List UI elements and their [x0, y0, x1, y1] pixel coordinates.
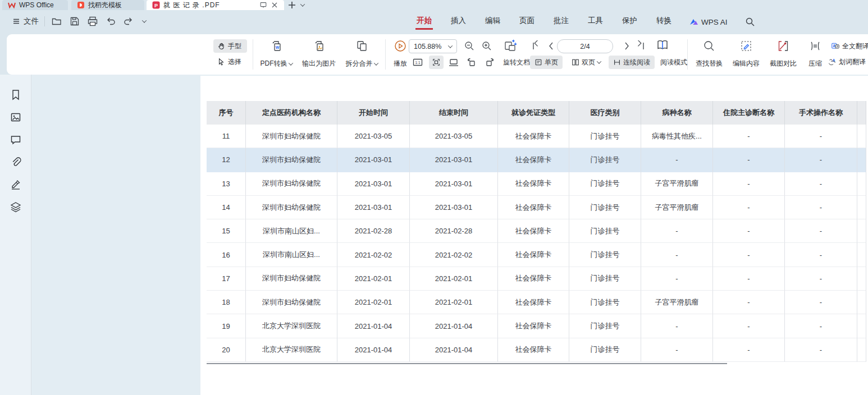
table-cell: - — [785, 267, 857, 291]
compress-icon — [808, 39, 822, 53]
actual-size-button[interactable]: 1:1 — [412, 56, 423, 69]
fit-width-button[interactable] — [448, 56, 459, 69]
export-image-button[interactable]: 输出为图片 — [298, 38, 340, 71]
menu-item-convert[interactable]: 转换 — [655, 14, 673, 30]
table-cell: 14 — [207, 196, 246, 219]
rotate-right-icon — [484, 57, 495, 68]
comments-panel-icon[interactable] — [10, 134, 22, 146]
undo-button[interactable] — [104, 15, 117, 27]
continuous-read-button[interactable]: 连续阅读 — [609, 56, 655, 69]
one-to-one-icon: 1:1 — [412, 57, 423, 68]
tab-wps-home[interactable]: WPS Office — [2, 0, 68, 10]
select-tool-button[interactable]: 选择 — [213, 55, 247, 68]
rotate-document-button[interactable]: 旋转文档 — [503, 56, 530, 69]
search-icon[interactable] — [744, 16, 756, 27]
full-translate-button[interactable]: A 全文翻译 — [828, 39, 868, 53]
read-mode-icon — [656, 39, 669, 52]
quick-access-dropdown[interactable] — [140, 15, 148, 27]
zoom-level-select[interactable]: 105.88% — [409, 39, 457, 53]
menu-item-page[interactable]: 页面 — [518, 14, 536, 30]
table-cell: - — [641, 338, 713, 362]
select-tool-label: 选择 — [228, 57, 241, 67]
table-cell: 社会保障卡 — [498, 314, 569, 338]
menu-item-comment[interactable]: 批注 — [552, 14, 570, 30]
table-cell: - — [713, 125, 785, 148]
read-mode-button[interactable]: 阅读模式 — [660, 56, 687, 69]
layers-panel-icon[interactable] — [10, 201, 22, 213]
table-cell: 病毒性其他疾... — [641, 125, 713, 148]
table-cell: - — [785, 291, 857, 314]
table-header-cell: 就诊凭证类型 — [498, 101, 569, 125]
table-cell: 2021-03-01 — [337, 148, 410, 172]
prev-page-icon[interactable] — [546, 40, 557, 52]
pdf-file-icon: P — [152, 1, 160, 9]
table-cell: 2021-02-01 — [337, 291, 410, 314]
fit-page-button[interactable] — [429, 56, 444, 69]
wps-ai-button[interactable]: WPS AI — [689, 18, 728, 26]
table-cell: 2021-02-02 — [410, 243, 498, 267]
medical-records-table: 序号定点医药机构名称开始时间结束时间就诊凭证类型医疗类别病种名称住院主诊断名称手… — [207, 101, 866, 362]
table-row: 14深圳市妇幼保健院2021-03-012021-03-01社会保障卡门诊挂号子… — [207, 196, 866, 219]
file-menu-button[interactable]: 文件 — [12, 16, 39, 26]
read-mode-label: 阅读模式 — [660, 58, 687, 67]
wps-ai-logo-icon — [689, 18, 698, 26]
menu-item-protect[interactable]: 保护 — [621, 14, 638, 30]
full-translate-label: 全文翻译 — [842, 42, 868, 51]
svg-text:P: P — [154, 3, 158, 8]
split-merge-button[interactable]: 拆分合并 — [341, 38, 382, 71]
table-cell: 16 — [207, 243, 246, 267]
zoom-out-icon[interactable] — [464, 40, 475, 52]
edit-content-label: 编辑内容 — [733, 59, 760, 68]
redo-button[interactable] — [122, 15, 135, 27]
table-cell: 2021-03-01 — [337, 196, 410, 219]
open-file-button[interactable] — [51, 15, 63, 27]
rotate-document-icon[interactable] — [503, 39, 518, 53]
new-tab-button[interactable] — [287, 0, 296, 10]
menu-item-home[interactable]: 开始 — [415, 14, 433, 30]
save-button[interactable] — [68, 15, 81, 27]
table-cell: 门诊挂号 — [569, 291, 641, 314]
attachments-panel-icon[interactable] — [10, 156, 22, 168]
next-page-icon[interactable] — [621, 40, 632, 52]
table-cell: - — [713, 219, 785, 243]
page-number-input[interactable]: 2/4 — [557, 39, 613, 53]
zoom-in-icon[interactable] — [481, 40, 492, 52]
tab-list-button[interactable] — [301, 0, 304, 10]
hand-tool-label: 手型 — [228, 42, 241, 51]
find-replace-button[interactable]: 查找替换 — [692, 38, 727, 71]
table-cell: 2021-03-05 — [337, 125, 410, 148]
table-cell: 12 — [207, 148, 246, 172]
edit-content-icon — [739, 39, 753, 53]
menu-item-tools[interactable]: 工具 — [587, 14, 604, 30]
first-page-icon[interactable] — [530, 40, 541, 52]
menu-item-insert[interactable]: 插入 — [450, 14, 467, 30]
edit-content-button[interactable]: 编辑内容 — [729, 38, 764, 71]
menu-item-edit[interactable]: 编辑 — [484, 14, 501, 30]
rotate-left-button[interactable] — [466, 56, 477, 69]
table-cell: 北京大学深圳医院 — [246, 314, 337, 338]
screenshot-compare-button[interactable]: 截图对比 — [766, 38, 801, 71]
single-page-button[interactable]: 单页 — [530, 56, 563, 69]
hand-tool-button[interactable]: 手型 — [213, 39, 247, 53]
rotate-right-button[interactable] — [484, 56, 495, 69]
table-cell: 2021-02-01 — [337, 267, 410, 291]
table-header-cell: 住院主诊断名称 — [713, 101, 785, 125]
find-replace-icon — [702, 39, 716, 53]
thumbnails-panel-icon[interactable] — [10, 111, 22, 123]
word-translate-button[interactable]: A 划词翻译 — [824, 55, 868, 68]
divider — [385, 39, 386, 70]
table-cell: 社会保障卡 — [498, 243, 569, 267]
close-tab-icon[interactable] — [271, 1, 278, 9]
pdf-convert-button[interactable]: W PDF转换 — [256, 38, 296, 71]
table-cell: 门诊挂号 — [569, 219, 641, 243]
last-page-icon[interactable] — [636, 40, 647, 52]
bookmarks-panel-icon[interactable] — [10, 89, 22, 101]
double-page-button[interactable]: 双页 — [568, 56, 604, 69]
tab-document-pdf[interactable]: P 就 医 记 录 .PDF — [147, 0, 284, 10]
signature-panel-icon[interactable] — [10, 178, 22, 191]
tab-docer-templates[interactable]: 找稻壳模板 — [71, 0, 144, 10]
float-window-icon[interactable] — [259, 1, 267, 9]
print-button[interactable] — [86, 15, 99, 27]
svg-text:1:1: 1:1 — [415, 61, 420, 65]
table-header-row: 序号定点医药机构名称开始时间结束时间就诊凭证类型医疗类别病种名称住院主诊断名称手… — [207, 101, 866, 125]
